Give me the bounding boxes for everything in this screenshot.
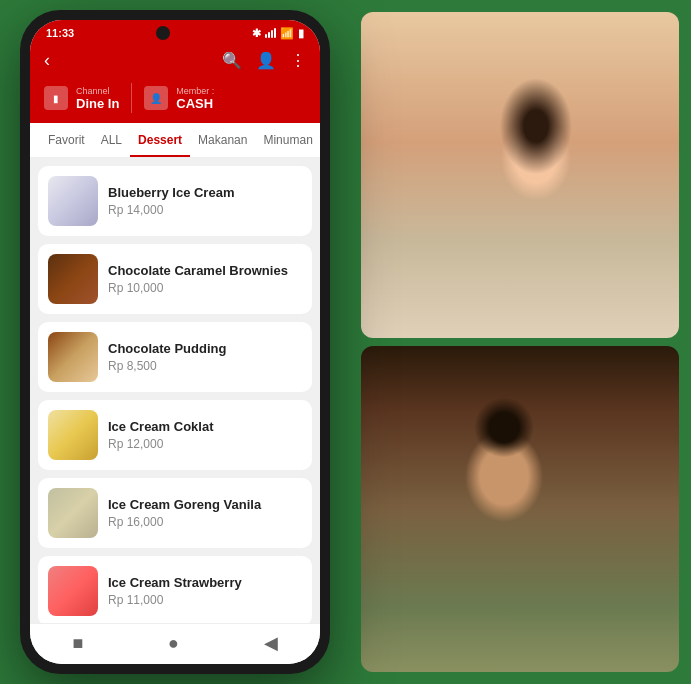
- channel-label: Channel: [76, 86, 119, 96]
- member-icon: 👤: [144, 86, 168, 110]
- menu-image-2: [48, 254, 98, 304]
- home-button[interactable]: ●: [168, 633, 179, 654]
- stop-button[interactable]: ■: [72, 633, 83, 654]
- category-tabs: Favorit ALL Dessert Makanan Minuman: [30, 123, 320, 158]
- member-text: Member : CASH: [176, 86, 214, 111]
- user-icon[interactable]: 👤: [256, 51, 276, 70]
- tab-dessert[interactable]: Dessert: [130, 123, 190, 157]
- channel-icon: ▮: [44, 86, 68, 110]
- bluetooth-icon: ✱: [252, 27, 261, 40]
- menu-info-5: Ice Cream Goreng Vanila Rp 16,000: [108, 497, 302, 529]
- info-bar: ▮ Channel Dine In 👤 Member : CASH: [30, 77, 320, 123]
- photo-bottom: [361, 346, 679, 672]
- menu-image-6: [48, 566, 98, 616]
- top-bar-right: 🔍 👤 ⋮: [222, 51, 306, 70]
- more-icon[interactable]: ⋮: [290, 51, 306, 70]
- menu-image-4: [48, 410, 98, 460]
- phone-screen: 11:33 ✱ 📶 ▮ ‹: [30, 20, 320, 664]
- photo-top: [361, 12, 679, 338]
- tab-all[interactable]: ALL: [93, 123, 130, 157]
- camera-notch: [156, 26, 170, 40]
- menu-item-1[interactable]: Blueberry Ice Cream Rp 14,000: [38, 166, 312, 236]
- phone-frame: 11:33 ✱ 📶 ▮ ‹: [20, 10, 330, 674]
- menu-item-3[interactable]: Chocolate Pudding Rp 8,500: [38, 322, 312, 392]
- channel-section: ▮ Channel Dine In: [44, 86, 119, 111]
- menu-price-2: Rp 10,000: [108, 281, 302, 295]
- info-divider: [131, 83, 132, 113]
- member-label: Member :: [176, 86, 214, 96]
- back-nav-button[interactable]: ◀: [264, 632, 278, 654]
- member-value: CASH: [176, 96, 214, 111]
- menu-price-5: Rp 16,000: [108, 515, 302, 529]
- menu-name-5: Ice Cream Goreng Vanila: [108, 497, 302, 512]
- status-right: ✱ 📶 ▮: [252, 27, 304, 40]
- person-icon: 👤: [150, 93, 162, 104]
- tab-minuman[interactable]: Minuman: [255, 123, 320, 157]
- status-time: 11:33: [46, 27, 74, 39]
- search-icon[interactable]: 🔍: [222, 51, 242, 70]
- menu-price-4: Rp 12,000: [108, 437, 302, 451]
- menu-image-1: [48, 176, 98, 226]
- back-button[interactable]: ‹: [44, 50, 50, 71]
- member-section: 👤 Member : CASH: [144, 86, 214, 111]
- menu-info-4: Ice Cream Coklat Rp 12,000: [108, 419, 302, 451]
- menu-price-1: Rp 14,000: [108, 203, 302, 217]
- top-bar-left: ‹: [44, 50, 50, 71]
- bookmark-icon: ▮: [53, 93, 59, 104]
- menu-info-6: Ice Cream Strawberry Rp 11,000: [108, 575, 302, 607]
- wifi-icon: 📶: [280, 27, 294, 40]
- menu-name-2: Chocolate Caramel Brownies: [108, 263, 302, 278]
- menu-name-1: Blueberry Ice Cream: [108, 185, 302, 200]
- tab-makanan[interactable]: Makanan: [190, 123, 255, 157]
- menu-info-2: Chocolate Caramel Brownies Rp 10,000: [108, 263, 302, 295]
- battery-icon: ▮: [298, 27, 304, 40]
- menu-name-4: Ice Cream Coklat: [108, 419, 302, 434]
- menu-image-3: [48, 332, 98, 382]
- phone-wrapper: 11:33 ✱ 📶 ▮ ‹: [20, 10, 330, 674]
- menu-list: Blueberry Ice Cream Rp 14,000 Chocolate …: [30, 158, 320, 623]
- menu-item-2[interactable]: Chocolate Caramel Brownies Rp 10,000: [38, 244, 312, 314]
- person-top-image: [361, 12, 679, 338]
- channel-text: Channel Dine In: [76, 86, 119, 111]
- top-bar: ‹ 🔍 👤 ⋮: [30, 44, 320, 77]
- menu-name-6: Ice Cream Strawberry: [108, 575, 302, 590]
- tab-favorit[interactable]: Favorit: [40, 123, 93, 157]
- menu-image-5: [48, 488, 98, 538]
- menu-price-6: Rp 11,000: [108, 593, 302, 607]
- channel-value: Dine In: [76, 96, 119, 111]
- menu-item-4[interactable]: Ice Cream Coklat Rp 12,000: [38, 400, 312, 470]
- menu-item-6[interactable]: Ice Cream Strawberry Rp 11,000: [38, 556, 312, 623]
- signal-icon: [265, 28, 276, 38]
- menu-name-3: Chocolate Pudding: [108, 341, 302, 356]
- bottom-nav: ■ ● ◀: [30, 623, 320, 664]
- menu-item-5[interactable]: Ice Cream Goreng Vanila Rp 16,000: [38, 478, 312, 548]
- photos-container: [361, 0, 691, 684]
- menu-info-3: Chocolate Pudding Rp 8,500: [108, 341, 302, 373]
- menu-price-3: Rp 8,500: [108, 359, 302, 373]
- status-bar: 11:33 ✱ 📶 ▮: [30, 20, 320, 44]
- menu-info-1: Blueberry Ice Cream Rp 14,000: [108, 185, 302, 217]
- person-bottom-image: [361, 346, 679, 672]
